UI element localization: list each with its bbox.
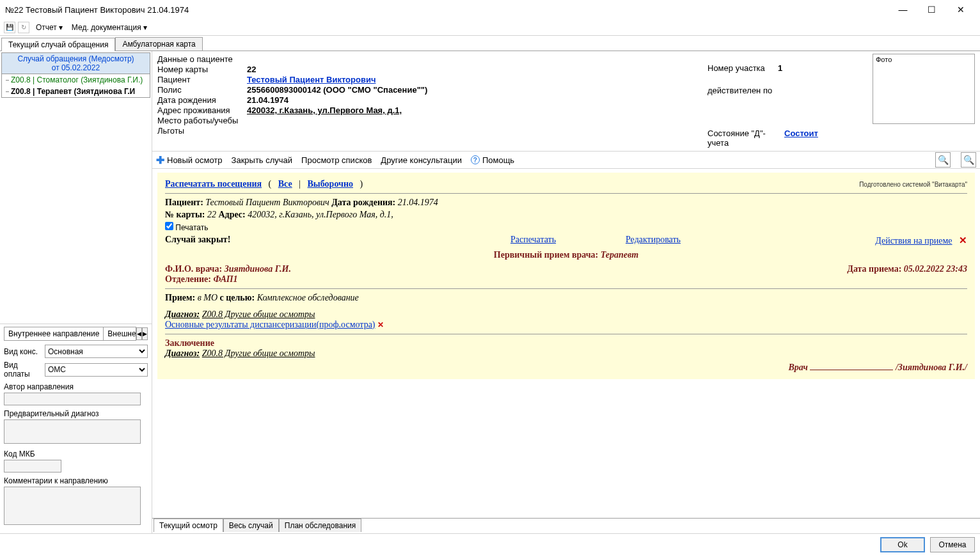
address-value: 420032, г.Казань, ул.Первого Мая, д.1, [247,106,707,115]
minimize-button[interactable]: — [889,1,917,19]
titlebar: №22 Тестовый Пациент Викторович 21.04.19… [0,0,980,19]
cons-type-select[interactable]: Основная [45,345,148,358]
prelim-label: Предварительный диагноз [4,409,148,418]
print-link[interactable]: Распечатать [510,235,556,244]
cons-type-label: Вид конс. [4,347,45,356]
tree-item-terapevt[interactable]: Z00.8 | Терапевт (Зиятдинова Г.И [2,86,150,97]
main-tabstrip: Текущий случай обращения Амбулаторная ка… [0,36,980,51]
mkb-input[interactable] [4,460,61,473]
case-box: Случай обращения (Медосмотр) от 05.02.20… [1,52,150,98]
print-all-link[interactable]: Все [278,179,292,189]
maximize-button[interactable]: ☐ [917,1,946,19]
view-lists-button[interactable]: Просмотр списков [301,155,372,165]
close-button[interactable]: ✕ [946,1,975,19]
bottab-whole[interactable]: Весь случай [223,519,279,532]
case-closed-label: Случай закрыт! [165,235,510,246]
conclusion-label: Заключение [165,338,967,348]
exam-toolbar: ✚Новый осмотр Закрыть случай Просмотр сп… [152,151,980,169]
refresh-icon[interactable]: ↻ [18,22,29,33]
author-input[interactable] [4,393,141,405]
dob-value: 21.04.1974 [247,95,707,105]
disp-results-link[interactable]: Основные результаты диспансеризации(проф… [165,320,375,329]
pay-type-select[interactable]: ОМС [45,363,148,377]
patient-info: Данные о пациенте Номер карты22 ПациентТ… [152,51,980,151]
left-column: Случай обращения (Медосмотр) от 05.02.20… [0,51,152,533]
bottab-current[interactable]: Текущий осмотр [154,519,223,532]
right-column: Данные о пациенте Номер карты22 ПациентТ… [152,51,980,533]
other-cons-button[interactable]: Другие консультации [381,155,462,165]
zoom-out-button[interactable]: 🔍 [935,152,951,168]
pay-type-label: Вид оплаты [4,361,45,379]
subtab-scroll-left[interactable]: ◀ [136,327,142,340]
policy-value: 2556600893000142 (ООО "СМО "Спасение"") [247,85,707,95]
author-label: Автор направления [4,382,148,391]
window-title: №22 Тестовый Пациент Викторович 21.04.19… [5,5,889,15]
prelim-input[interactable] [4,419,141,444]
menubar: 💾 ↻ Отчет ▾ Мед. документация ▾ [0,19,980,36]
sector-value: 1 [778,63,867,73]
plus-icon: ✚ [156,154,164,166]
print-visits-link[interactable]: Распечатать посещения [165,179,262,189]
subtab-scroll-right[interactable]: ▶ [142,327,148,340]
help-icon: ? [471,155,480,164]
document: Распечатать посещения ( Все | Выборочно … [157,173,975,379]
footer: Ok Отмена [0,533,980,555]
bottab-plan[interactable]: План обследования [279,519,362,532]
referral-subtabs: Внутреннее направление Внешнее на ◀ ▶ [4,327,148,341]
print-selective-link[interactable]: Выборочно [308,179,353,189]
save-icon[interactable]: 💾 [4,22,15,33]
edit-link[interactable]: Редактировать [626,235,681,244]
print-checkbox[interactable]: Печатать [165,223,208,232]
new-exam-button[interactable]: ✚Новый осмотр [156,154,223,166]
subtab-internal[interactable]: Внутреннее направление [4,327,103,341]
help-button[interactable]: ?Помощь [471,155,514,165]
menu-docs[interactable]: Мед. документация ▾ [68,22,151,33]
referral-panel: Внутреннее направление Внешнее на ◀ ▶ Ви… [0,324,152,533]
menu-report[interactable]: Отчет ▾ [32,22,67,33]
mkb-label: Код МКБ [4,449,148,458]
card-number: 22 [247,65,707,74]
case-header[interactable]: Случай обращения (Медосмотр) от 05.02.20… [2,53,150,74]
actions-link[interactable]: Действия на приеме [875,236,952,246]
delete-icon[interactable]: ✕ [959,235,967,246]
dstate-link[interactable]: Состоит [784,129,867,148]
ok-button[interactable]: Ok [880,537,925,552]
tab-amb-card[interactable]: Амбулаторная карта [115,37,202,51]
document-area[interactable]: Распечатать посещения ( Все | Выборочно … [152,169,980,518]
comments-input[interactable] [4,487,141,525]
system-note: Подготовлено системой "Витакарта" [859,181,967,188]
cancel-button[interactable]: Отмена [930,537,975,552]
main-area: Случай обращения (Медосмотр) от 05.02.20… [0,51,980,533]
zoom-in-button[interactable]: 🔍 [961,152,976,168]
tree-item-stomatolog[interactable]: Z00.8 | Стоматолог (Зиятдинова Г.И.) [2,74,150,86]
subtab-external[interactable]: Внешнее на [103,327,136,341]
bottom-tabstrip: Текущий осмотр Весь случай План обследов… [152,518,980,533]
patient-name-link[interactable]: Тестовый Пациент Викторович [247,75,707,84]
close-case-button[interactable]: Закрыть случай [232,155,293,165]
tab-current-case[interactable]: Текущий случай обращения [1,38,115,51]
patient-section-label: Данные о пациенте [157,54,233,64]
comments-label: Комментарии к направлению [4,476,148,485]
delete-disp-icon[interactable]: ✕ [377,320,384,329]
photo-box: Фото [873,54,975,124]
